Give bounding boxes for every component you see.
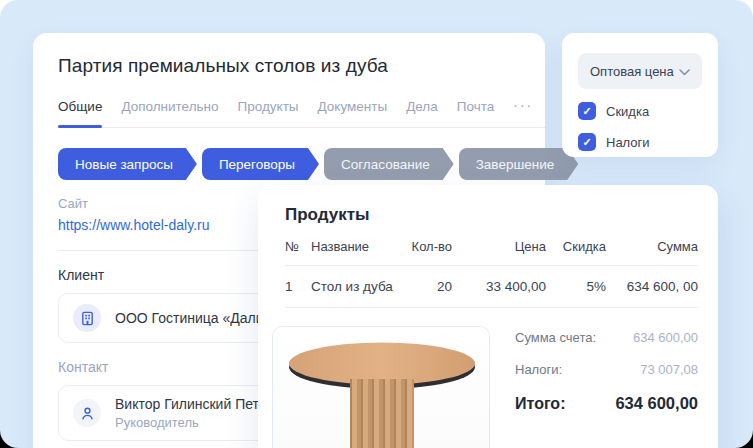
stage-negotiation[interactable]: Переговоры [202,148,319,180]
price-type-value: Оптовая цена [590,64,674,79]
discount-checkbox-row[interactable]: ✓ Скидка [578,102,702,120]
discount-checkbox[interactable]: ✓ [578,102,596,120]
cell-discount: 5% [546,266,606,307]
table-row[interactable]: 1 Стол из дуба 20 33 400,00 5% 634 600, … [285,266,698,307]
col-price: Цена [452,239,546,265]
taxes-checkbox[interactable]: ✓ [578,133,596,151]
pipeline-stages: Новые запросы Переговоры Согласование За… [58,148,545,180]
screenshot-frame: Партия премиальных столов из дуба Общие … [0,0,753,448]
taxes-checkbox-row[interactable]: ✓ Налоги [578,133,702,151]
products-card: Продукты № Название Кол-во Цена Скидка С… [258,185,718,448]
grand-total-value: 634 600,00 [615,394,698,413]
price-panel: Оптовая цена ✓ Скидка ✓ Налоги [562,33,718,157]
price-type-dropdown[interactable]: Оптовая цена [578,53,702,89]
products-table: № Название Кол-во Цена Скидка Сумма 1 Ст… [258,239,718,308]
tab-general[interactable]: Общие [58,99,102,127]
cell-number: 1 [285,266,311,307]
taxes-label: Налоги [606,135,650,150]
discount-label: Скидка [606,104,649,119]
tab-products[interactable]: Продукты [238,99,299,127]
product-image[interactable] [272,326,490,448]
building-icon [73,304,101,332]
tab-additional[interactable]: Дополнительно [121,99,218,127]
col-number: № [285,239,311,265]
cell-price: 33 400,00 [452,266,546,307]
col-name: Название [311,239,396,265]
products-table-header: № Название Кол-во Цена Скидка Сумма [285,239,698,265]
taxes-row: Налоги: 73 007,08 [515,362,698,394]
totals-summary: Сумма счета: 634 600,00 Налоги: 73 007,0… [515,326,698,448]
stage-completion[interactable]: Завершение [459,148,579,180]
deal-tabs: Общие Дополнительно Продукты Документы Д… [58,97,545,128]
stage-new-requests[interactable]: Новые запросы [58,148,197,180]
invoice-sum-row: Сумма счета: 634 600,00 [515,330,698,362]
divider [285,307,698,308]
page-background: Партия премиальных столов из дуба Общие … [0,0,753,448]
tab-mail[interactable]: Почта [457,99,495,127]
products-title: Продукты [258,185,718,225]
page-title: Партия премиальных столов из дуба [58,55,545,77]
stage-approval[interactable]: Согласование [324,148,454,180]
person-icon [73,399,101,427]
client-name: ООО Гостиница «Дали» [115,310,271,326]
invoice-sum-label: Сумма счета: [515,330,596,345]
more-tabs-icon[interactable]: ··· [513,97,533,127]
taxes-total-label: Налоги: [515,362,562,377]
col-discount: Скидка [546,239,606,265]
taxes-total-value: 73 007,08 [640,362,698,377]
cell-sum: 634 600, 00 [606,266,698,307]
col-sum: Сумма [606,239,698,265]
tab-documents[interactable]: Документы [318,99,388,127]
cell-name: Стол из дуба [311,266,396,307]
grand-total-label: Итого: [515,395,565,413]
tab-tasks[interactable]: Дела [406,99,438,127]
cell-qty: 20 [396,266,452,307]
col-qty: Кол-во [396,239,452,265]
grand-total-row: Итого: 634 600,00 [515,394,698,426]
chevron-down-icon [679,62,690,80]
site-link[interactable]: https://www.hotel-daly.ru [58,217,209,233]
invoice-sum-value: 634 600,00 [633,330,698,345]
